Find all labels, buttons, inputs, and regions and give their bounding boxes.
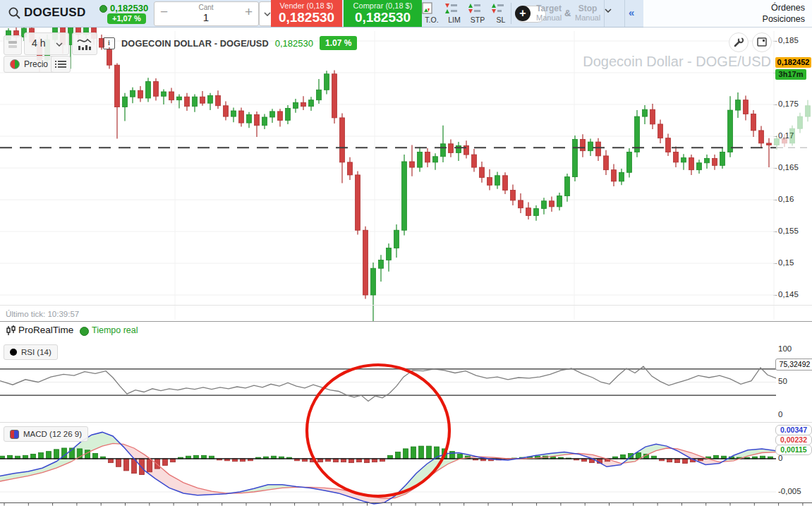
candle bbox=[674, 146, 679, 167]
quantity-minus-button[interactable]: − bbox=[160, 4, 168, 20]
chart-settings-button[interactable] bbox=[729, 32, 749, 52]
faded-candle bbox=[806, 100, 811, 122]
orders-link[interactable]: Órdenes bbox=[763, 2, 805, 13]
last-tick-label: Último tick: 10:39:57 bbox=[6, 310, 79, 318]
candle bbox=[394, 224, 399, 258]
stop-order-icon bbox=[466, 2, 482, 16]
rsi-axis-0: 0 bbox=[778, 410, 811, 418]
candle bbox=[487, 169, 492, 191]
take-order-icon bbox=[420, 2, 436, 16]
candle bbox=[526, 203, 531, 219]
status-divider bbox=[0, 321, 812, 322]
candle bbox=[255, 112, 260, 137]
faded-candle bbox=[782, 134, 787, 147]
candle bbox=[131, 88, 135, 104]
price-series-chip[interactable]: Precio bbox=[4, 56, 54, 73]
candle bbox=[433, 153, 438, 169]
candle bbox=[751, 110, 756, 137]
candle bbox=[596, 138, 601, 161]
search-icon[interactable] bbox=[8, 6, 22, 20]
candle bbox=[511, 184, 516, 205]
candle bbox=[208, 93, 213, 110]
candle bbox=[115, 64, 120, 139]
last-price-badge: 0,182452 bbox=[775, 57, 811, 68]
candle bbox=[270, 109, 275, 123]
candle bbox=[185, 93, 190, 111]
price-chart-canvas[interactable] bbox=[0, 27, 812, 322]
chart-type-icon bbox=[76, 36, 93, 52]
order-tool-to[interactable]: T.O. bbox=[420, 0, 443, 27]
candle bbox=[177, 95, 182, 109]
candle bbox=[154, 78, 159, 101]
candle bbox=[720, 148, 725, 169]
chart-bottom-divider bbox=[0, 305, 812, 306]
candle bbox=[736, 92, 741, 118]
order-tool-sl[interactable]: SL bbox=[490, 0, 512, 27]
chart-type-button[interactable] bbox=[72, 32, 97, 55]
prorealtime-logo-icon bbox=[6, 325, 17, 337]
candle bbox=[705, 155, 710, 169]
info-icon[interactable]: i bbox=[103, 37, 115, 49]
candle bbox=[689, 155, 694, 175]
candle bbox=[387, 243, 392, 272]
chart-window-button[interactable] bbox=[752, 32, 772, 52]
candle bbox=[239, 108, 244, 127]
candle bbox=[635, 110, 640, 157]
order-tool-lim[interactable]: LIM bbox=[443, 0, 466, 27]
candle bbox=[325, 71, 329, 94]
candle bbox=[658, 120, 663, 143]
target-manual-label: Target Manual bbox=[536, 4, 562, 22]
candle bbox=[286, 105, 291, 124]
candle bbox=[472, 149, 477, 171]
provider-row: ProRealTime Tiempo real bbox=[0, 322, 812, 339]
macd-top-divider bbox=[0, 422, 812, 423]
sell-label: Vender (0,18 $) bbox=[271, 0, 342, 11]
candle bbox=[604, 150, 609, 175]
candle bbox=[503, 172, 508, 194]
candle bbox=[363, 227, 368, 299]
candle bbox=[379, 255, 384, 282]
quantity-plus-button[interactable]: + bbox=[245, 4, 253, 20]
quantity-value[interactable]: 1 bbox=[183, 12, 229, 23]
rsi-indicator-chip[interactable]: RSI (14) bbox=[4, 344, 58, 360]
timeframe-value: 4 h bbox=[32, 37, 45, 49]
rsi-pane-canvas[interactable] bbox=[0, 339, 812, 422]
change-badge: +1,07 % bbox=[107, 13, 146, 24]
macd-label: MACD (12 26 9) bbox=[23, 430, 82, 438]
order-tool-stp[interactable]: STP bbox=[466, 0, 489, 27]
candle bbox=[759, 126, 764, 149]
realtime-status-dot bbox=[80, 327, 89, 336]
trading-platform: DOGEUSD 0,182530 +1,07 % − Cant 1 + Vend… bbox=[0, 0, 812, 506]
candle bbox=[713, 155, 717, 170]
macd-indicator-chip[interactable]: MACD (12 26 9) bbox=[4, 426, 88, 442]
candle bbox=[612, 164, 617, 187]
candle bbox=[619, 169, 624, 185]
candle-countdown-badge: 3h17m bbox=[775, 69, 806, 80]
chart-tool-button[interactable] bbox=[4, 35, 22, 55]
sell-button[interactable]: Vender (0,18 $) 0,182530 bbox=[271, 0, 342, 27]
limit-order-icon bbox=[443, 2, 459, 16]
buy-button[interactable]: Comprar (0,18 $) 0,182530 bbox=[344, 0, 422, 27]
candle bbox=[542, 198, 547, 214]
order-options-dropdown[interactable] bbox=[604, 0, 625, 27]
candle bbox=[650, 104, 655, 129]
candle bbox=[146, 78, 151, 102]
candle bbox=[107, 47, 112, 69]
macd-pane-canvas[interactable] bbox=[0, 423, 812, 506]
candle bbox=[588, 139, 593, 156]
candle bbox=[200, 91, 205, 106]
candle bbox=[456, 142, 461, 161]
collapse-toolbar-button[interactable]: « bbox=[629, 6, 634, 18]
macd-signal-badge: 0,00232 bbox=[775, 435, 812, 445]
indicator-list-button[interactable] bbox=[51, 56, 71, 73]
price-series-label: Precio bbox=[24, 59, 48, 69]
macd-value-badge: 0.00347 bbox=[775, 425, 812, 435]
timeframe-selector[interactable]: 4 h bbox=[24, 32, 69, 55]
faded-candle bbox=[790, 126, 795, 146]
realtime-feed-label: Tiempo real bbox=[92, 325, 138, 335]
positions-link[interactable]: Posiciones bbox=[763, 13, 805, 25]
chevron-down-icon bbox=[264, 12, 271, 16]
chart-options-icon bbox=[8, 40, 18, 50]
provider-name[interactable]: ProRealTime bbox=[18, 325, 73, 335]
symbol-name[interactable]: DOGEUSD bbox=[24, 6, 85, 20]
